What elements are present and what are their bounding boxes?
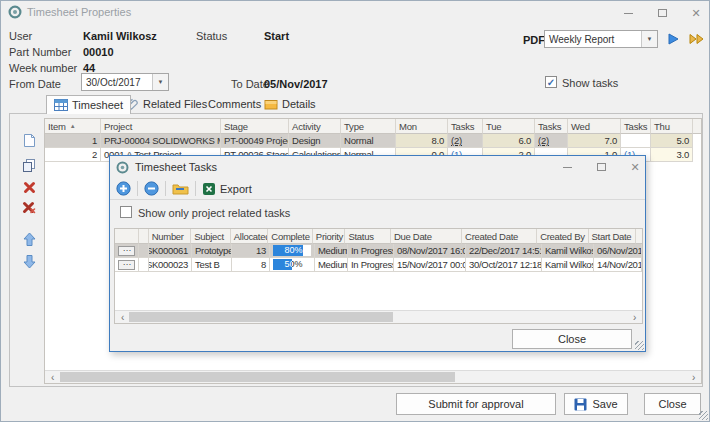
scroll-left-arrow[interactable]: ‹: [46, 371, 59, 383]
move-down-button[interactable]: [21, 253, 37, 269]
tue-tasks-link[interactable]: (2): [538, 135, 549, 146]
timesheet-horizontal-scrollbar[interactable]: ‹ ›: [45, 370, 701, 383]
col-header-tue[interactable]: Tue: [483, 119, 535, 134]
col-header-start-date[interactable]: Start Date: [589, 229, 636, 244]
delete-all-rows-button[interactable]: [21, 199, 37, 215]
tab-timesheet[interactable]: Timesheet: [46, 95, 131, 114]
col-header-tue-tasks[interactable]: Tasks: [535, 119, 568, 134]
col-header-subject[interactable]: Subject: [191, 229, 231, 244]
tasks-close-button[interactable]: ✕: [624, 159, 646, 175]
scroll-right-arrow[interactable]: ›: [628, 311, 641, 323]
col-header-number[interactable]: Number: [149, 229, 192, 244]
col-header-mon-tasks[interactable]: Tasks: [448, 119, 483, 134]
minimize-button[interactable]: [617, 5, 639, 21]
row-indicator: [139, 244, 149, 258]
col-header-thu[interactable]: Thu: [651, 119, 693, 134]
scrollbar-thumb[interactable]: [60, 372, 455, 382]
tab-related-files[interactable]: Related Files: [119, 95, 214, 113]
cell-wed-tasks[interactable]: [621, 134, 651, 148]
close-button-bottom[interactable]: Close: [644, 393, 701, 415]
row-options-button[interactable]: ⋯: [118, 246, 135, 256]
tasks-close-button-bottom[interactable]: Close: [512, 329, 632, 349]
chevron-down-icon: ▼: [647, 36, 653, 42]
project-related-filter-checkbox[interactable]: [120, 206, 132, 218]
sort-asc-icon: ▲: [70, 123, 76, 129]
move-up-button[interactable]: [21, 231, 37, 247]
app-icon: [116, 161, 129, 174]
copy-icon: [22, 158, 37, 173]
col-header-mon[interactable]: Mon: [396, 119, 448, 134]
col-header-created-date[interactable]: Created Date: [462, 229, 537, 244]
col-header-due-date[interactable]: Due Date: [391, 229, 462, 244]
tasks-close-label: Close: [558, 333, 586, 345]
delete-row-button[interactable]: [21, 179, 37, 195]
col-header-complete[interactable]: Complete: [268, 229, 312, 244]
pdf-report-dropdown-button[interactable]: ▼: [641, 31, 657, 47]
scrollbar-thumb[interactable]: [129, 312, 393, 322]
task-row-1[interactable]: ⋯ TSK000061 Prototype 13 80% 80% Medium …: [115, 244, 642, 258]
cell-thu-hours[interactable]: 5.0: [651, 134, 693, 148]
open-task-button[interactable]: [172, 182, 189, 195]
pdf-report-combo[interactable]: Weekly Report ▼: [544, 30, 658, 48]
scroll-left-arrow[interactable]: ‹: [116, 311, 129, 323]
to-date-value: 05/Nov/2017: [264, 78, 328, 90]
col-header-wed-tasks[interactable]: Tasks: [621, 119, 651, 134]
delete-icon: [23, 181, 36, 194]
pdf-label: PDF: [523, 34, 545, 46]
col-header-type[interactable]: Type: [341, 119, 396, 134]
toolbar-separator: [195, 181, 196, 196]
cell-project: PRJ-00004 SOLIDWORKS Manage: [101, 134, 221, 148]
col-header-project[interactable]: Project: [101, 119, 221, 134]
from-date-combo[interactable]: 30/Oct/2017 ▼: [81, 73, 169, 91]
cell-allocated: 13: [232, 244, 270, 258]
cell-created-date: 30/Oct/2017 12:18: [466, 258, 542, 272]
mon-tasks-link[interactable]: (2): [451, 135, 462, 146]
cell-stage: PT-00049 Project: [221, 134, 289, 148]
export-button[interactable]: Export: [202, 182, 252, 196]
tasks-minimize-button[interactable]: [556, 159, 578, 175]
cell-mon-hours[interactable]: 8.0: [396, 134, 448, 148]
cell-number: TSK000023: [149, 258, 192, 272]
task-row-2[interactable]: ⋯ TSK000023 Test B 8 50% 50% Medium In P…: [115, 258, 642, 272]
submit-label: Submit for approval: [428, 398, 523, 410]
submit-for-approval-button[interactable]: Submit for approval: [396, 393, 556, 415]
add-circle-icon: [116, 181, 131, 196]
timesheet-properties-window: Timesheet Properties ✕ User Kamil Wilkos…: [0, 0, 710, 422]
new-row-button[interactable]: [21, 132, 37, 148]
col-header-wed[interactable]: Wed: [568, 119, 621, 134]
tab-timesheet-label: Timesheet: [72, 99, 123, 111]
maximize-button[interactable]: [651, 5, 673, 21]
add-task-button[interactable]: [116, 181, 131, 196]
run-report-button[interactable]: [666, 32, 680, 46]
remove-task-button[interactable]: [144, 181, 159, 196]
col-header-created-by[interactable]: Created By: [537, 229, 588, 244]
scroll-right-arrow[interactable]: ›: [687, 371, 700, 383]
col-header-stage[interactable]: Stage: [221, 119, 289, 134]
close-button[interactable]: ✕: [685, 5, 707, 21]
user-label: User: [9, 30, 32, 42]
tasks-horizontal-scrollbar[interactable]: ‹ ›: [115, 310, 642, 323]
cell-wed-hours[interactable]: 7.0: [568, 134, 621, 148]
row-options-button[interactable]: ⋯: [118, 260, 135, 270]
window-resize-grip[interactable]: [699, 411, 708, 420]
save-button[interactable]: Save: [564, 393, 628, 415]
batch-report-button[interactable]: [688, 32, 705, 46]
part-number-label: Part Number: [9, 46, 71, 58]
cell-tue-hours[interactable]: 6.0: [483, 134, 535, 148]
cell-item: 2: [45, 148, 101, 162]
col-header-activity[interactable]: Activity: [289, 119, 341, 134]
tasks-resize-grip[interactable]: [635, 341, 644, 350]
cell-number: TSK000061: [149, 244, 192, 258]
copy-row-button[interactable]: [21, 157, 37, 173]
timesheet-row-1[interactable]: 1 PRJ-00004 SOLIDWORKS Manage PT-00049 P…: [45, 134, 701, 148]
col-header-allocated[interactable]: Allocated: [231, 229, 269, 244]
col-header-status[interactable]: Status: [345, 229, 390, 244]
col-header-item[interactable]: Item▲: [45, 119, 101, 134]
cell-thu-hours[interactable]: 3.0: [651, 148, 693, 162]
from-date-dropdown-button[interactable]: ▼: [152, 74, 168, 90]
tasks-maximize-button[interactable]: [590, 159, 612, 175]
col-header-priority[interactable]: Priority: [313, 229, 346, 244]
tab-details[interactable]: Details: [257, 95, 323, 113]
show-tasks-checkbox[interactable]: ✓: [545, 76, 557, 88]
col-header-indicator: [139, 229, 149, 244]
